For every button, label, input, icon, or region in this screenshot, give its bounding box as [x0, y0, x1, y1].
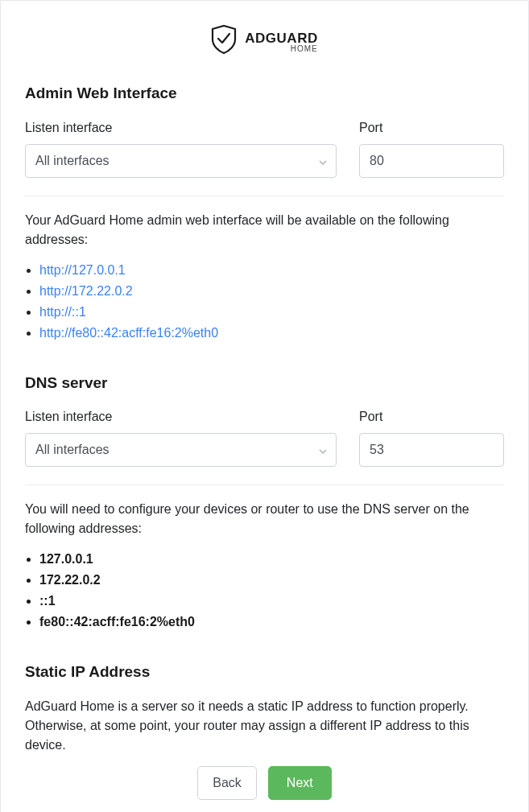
- web-address-list: http://127.0.0.1http://172.22.0.2http://…: [25, 261, 504, 343]
- static-section-title: Static IP Address: [25, 661, 504, 684]
- web-listen-select[interactable]: All interfaces: [25, 144, 337, 178]
- shield-icon: [211, 25, 237, 60]
- address-link[interactable]: http://::1: [39, 305, 86, 319]
- list-item: http://fe80::42:acff:fe16:2%eth0: [39, 324, 504, 343]
- static-desc: AdGuard Home is a server so it needs a s…: [25, 697, 504, 755]
- divider: [25, 196, 504, 196]
- list-item: 127.0.0.1: [39, 550, 504, 569]
- divider: [25, 484, 504, 485]
- dns-port-input[interactable]: [359, 433, 504, 467]
- web-desc: Your AdGuard Home admin web interface wi…: [25, 211, 504, 249]
- list-item: http://::1: [39, 303, 504, 322]
- list-item: 172.22.0.2: [39, 571, 504, 590]
- list-item: http://172.22.0.2: [39, 282, 504, 301]
- web-port-label: Port: [359, 118, 504, 138]
- logo-text: ADGUARD HOME: [245, 31, 317, 53]
- next-button[interactable]: Next: [268, 766, 332, 800]
- dns-desc: You will need to configure your devices …: [25, 500, 504, 538]
- logo: ADGUARD HOME: [25, 25, 504, 60]
- setup-card: ADGUARD HOME Admin Web Interface Listen …: [0, 0, 529, 812]
- dns-listen-label: Listen interface: [25, 407, 337, 427]
- list-item: ::1: [39, 591, 504, 611]
- back-button[interactable]: Back: [197, 766, 257, 800]
- dns-section-title: DNS server: [25, 372, 504, 395]
- web-section-title: Admin Web Interface: [25, 82, 504, 105]
- address-link[interactable]: http://127.0.0.1: [39, 263, 126, 277]
- address-link[interactable]: http://172.22.0.2: [39, 284, 133, 298]
- dns-address-list: 127.0.0.1172.22.0.2::1fe80::42:acff:fe16…: [25, 550, 504, 632]
- dns-port-label: Port: [359, 407, 504, 427]
- web-port-input[interactable]: [359, 144, 504, 178]
- dns-listen-select[interactable]: All interfaces: [25, 433, 337, 467]
- list-item: http://127.0.0.1: [39, 261, 504, 280]
- web-listen-label: Listen interface: [25, 118, 337, 138]
- list-item: fe80::42:acff:fe16:2%eth0: [39, 612, 504, 632]
- address-link[interactable]: http://fe80::42:acff:fe16:2%eth0: [39, 326, 218, 340]
